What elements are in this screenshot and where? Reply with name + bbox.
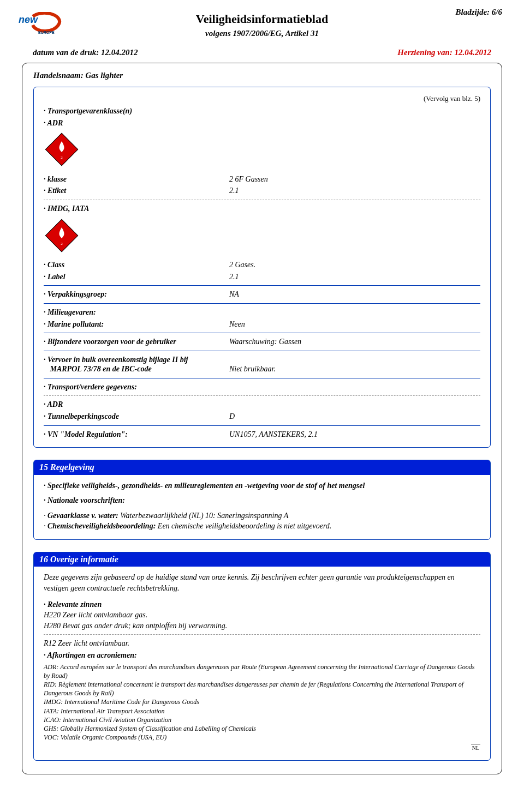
outer-box: Handelsnaam: Gas lighter (Vervolg van bl… xyxy=(22,63,502,774)
class-value: 2 Gases. xyxy=(229,260,255,270)
r12: R12 Zeer licht ontvlambaar. xyxy=(44,638,480,649)
page-number: Bladzijde: 6/6 xyxy=(456,7,502,18)
packgroup-row: Verpakkingsgroep: NA xyxy=(44,289,480,300)
etiket-label: Etiket xyxy=(44,185,229,196)
klasse-label: klasse xyxy=(44,174,229,185)
precautions-value: Waarschuwing: Gassen xyxy=(229,336,301,347)
class-row: Class 2 Gases. xyxy=(44,260,480,270)
meta-row: datum van de druk: 12.04.2012 Herziening… xyxy=(22,47,502,58)
label-value: 2.1 xyxy=(229,272,239,282)
packgroup-label: Verpakkingsgroep: xyxy=(44,289,229,300)
sec15-nat: Nationale voorschriften: xyxy=(44,495,480,506)
tunnel-row: Tunnelbeperkingscode D xyxy=(44,411,480,422)
adr-heading: ADR xyxy=(44,118,480,129)
tunnel-value: D xyxy=(229,411,235,422)
h280: H280 Bevat gas onder druk; kan ontploffe… xyxy=(44,621,480,631)
abbr-label: Afkortingen en acroniemen: xyxy=(44,650,480,661)
sec16-intro: Deze gegevens zijn gebaseerd op de huidi… xyxy=(44,572,480,593)
abbr-item: ICAO: International Civil Aviation Organ… xyxy=(44,715,480,724)
klasse-row: klasse 2 6F Gassen xyxy=(44,174,480,185)
doc-subtitle: volgens 1907/2006/EG, Artikel 31 xyxy=(22,28,502,39)
section-15-box: 15 Regelgeving Specifieke veiligheids-, … xyxy=(33,460,491,540)
svg-text:EUROPE: EUROPE xyxy=(38,31,55,34)
marine-row: Marine pollutant: Neen xyxy=(44,319,480,330)
sec15-gev: · Gevaarklasse v. water: Waterbezwaarlij… xyxy=(44,510,480,521)
page: Bladzijde: 6/6 new EUROPE Veiligheidsinf… xyxy=(0,0,524,796)
trade-name: Handelsnaam: Gas lighter xyxy=(33,70,491,81)
continued-note: (Vervolg van blz. 5) xyxy=(44,94,480,104)
abbr-list: ADR: Accord européen sur le transport de… xyxy=(44,663,480,742)
precautions-label: Bijzondere voorzorgen voor de gebruiker xyxy=(44,336,229,347)
etiket-row: Etiket 2.1 xyxy=(44,185,480,196)
adr2-heading: ADR xyxy=(44,399,480,410)
h220: H220 Zeer licht ontvlambaar gas. xyxy=(44,610,480,621)
hazard-diamond-icon: 2 xyxy=(44,131,480,171)
print-date: datum van de druk: 12.04.2012 xyxy=(33,47,138,58)
section-16-box: 16 Overige informatie Deze gegevens zijn… xyxy=(33,552,491,761)
class-label: Class xyxy=(44,260,229,270)
unmodel-label: VN "Model Regulation": xyxy=(44,429,229,440)
unmodel-row: VN "Model Regulation": UN1057, AANSTEKER… xyxy=(44,429,480,440)
revision-date: Herziening van: 12.04.2012 xyxy=(397,47,491,58)
svg-text:2: 2 xyxy=(61,155,63,160)
rel-label: Relevante zinnen xyxy=(44,599,480,610)
footer-code: NL xyxy=(44,744,480,752)
unmodel-value: UN1057, AANSTEKERS, 2.1 xyxy=(229,429,318,440)
etiket-value: 2.1 xyxy=(229,185,239,196)
sec15-csa: · Chemischeveiligheidsbeoordeling: Een c… xyxy=(44,521,480,532)
label-row: Label 2.1 xyxy=(44,272,480,282)
header-center: Veiligheidsinformatieblad volgens 1907/2… xyxy=(22,11,502,39)
abbr-item: RID: Règlement international concernant … xyxy=(44,680,480,697)
marine-value: Neen xyxy=(229,319,245,330)
label-label: Label xyxy=(44,272,229,282)
abbr-item: ADR: Accord européen sur le transport de… xyxy=(44,663,480,680)
abbr-item: GHS: Globally Harmonized System of Class… xyxy=(44,724,480,733)
packgroup-value: NA xyxy=(229,289,239,300)
logo: new EUROPE xyxy=(16,12,63,39)
bulk-value: Niet bruikbaar. xyxy=(229,364,276,375)
tunnel-label: Tunnelbeperkingscode xyxy=(44,411,229,422)
imdg-iata-heading: IMDG, IATA xyxy=(44,203,480,214)
further-label: Transport/verdere gegevens: xyxy=(44,382,480,393)
klasse-value: 2 6F Gassen xyxy=(229,174,268,185)
abbr-item: IATA: International Air Transport Associ… xyxy=(44,707,480,715)
svg-text:2: 2 xyxy=(61,242,63,246)
bulk-label2: ·MARPOL 73/78 en de IBC-code xyxy=(44,364,229,375)
precautions-row: Bijzondere voorzorgen voor de gebruiker … xyxy=(44,336,480,347)
abbr-item: VOC: Volatile Organic Compounds (USA, EU… xyxy=(44,733,480,742)
section-16-header: 16 Overige informatie xyxy=(34,552,490,567)
doc-title: Veiligheidsinformatieblad xyxy=(22,11,502,28)
marine-label: Marine pollutant: xyxy=(44,319,229,330)
section-14-box: (Vervolg van blz. 5) Transportgevarenkla… xyxy=(33,87,491,448)
hazard-diamond-icon-2: 2 xyxy=(44,218,480,257)
envhaz-label: Milieugevaren: xyxy=(44,307,480,318)
sec15-spec: Specifieke veiligheids-, gezondheids- en… xyxy=(44,480,480,491)
transport-classes-label: Transportgevarenklasse(n) xyxy=(44,106,480,117)
section-15-header: 15 Regelgeving xyxy=(34,460,490,474)
abbr-item: IMDG: International Maritime Code for Da… xyxy=(44,697,480,706)
bulk-row2: ·MARPOL 73/78 en de IBC-code Niet bruikb… xyxy=(44,364,480,375)
